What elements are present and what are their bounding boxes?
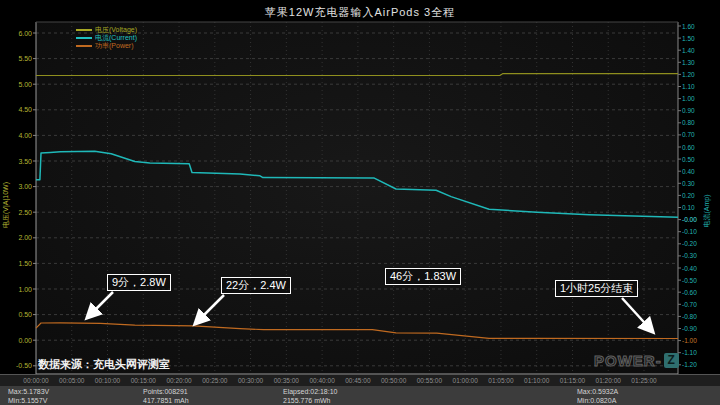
right-tick-label: -1.00 [682,337,697,344]
data-source-note: 数据来源：充电头网评测室 [38,357,170,372]
powerz-logo-z-badge: Z [664,353,679,368]
powerz-logo-text: POWER- [594,352,662,369]
current-min: Min:0.0820A [577,396,618,405]
right-tick-label: 1.10 [682,83,695,90]
x-tick-label: 00:10:00 [95,377,120,384]
x-tick-label: 01:25:00 [631,377,656,384]
powerz-chart-window: 苹果12W充电器输入AirPods 3全程 6.005.505.004.504.… [0,0,720,405]
right-tick-label: -0.90 [682,325,697,332]
left-tick-label: 5.50 [18,55,32,62]
legend-label: 电流(Current) [95,34,137,41]
x-tick-label: 00:25:00 [202,377,227,384]
right-tick-label: 1.30 [682,59,695,66]
right-tick-label: -1.20 [682,361,697,368]
x-tick-label: 01:10:00 [524,377,549,384]
annotation-callout: 1小时25分结束 [555,280,638,297]
right-tick-label: -0.20 [682,240,697,247]
right-tick-label: -0.30 [682,252,697,259]
right-tick-label: 1.60 [682,23,695,30]
legend: 电压(Voltage) 电流(Current) 功率(Power) [76,26,137,50]
x-tick-label: 01:05:00 [488,377,513,384]
power-line-swatch [76,45,92,47]
x-axis-strip: 00:00:0000:05:0000:10:0000:15:0000:20:00… [0,374,720,386]
right-tick-label: -0.50 [682,277,697,284]
right-tick-label: 1.00 [682,95,695,102]
left-tick-label: 4.00 [18,132,32,139]
right-axis-ticks: 1.601.501.401.301.201.101.000.900.800.70… [678,23,697,381]
elapsed-time: Elapsed:02:18:10 [283,387,338,396]
right-tick-label: -0.80 [682,313,697,320]
right-tick-label: 0.80 [682,119,695,126]
voltage-line-swatch [76,29,92,31]
right-tick-label: 0.50 [682,156,695,163]
annotation-callout: 46分，1.83W [385,268,461,285]
left-tick-label: 3.00 [18,183,32,190]
x-tick-label: 01:00:00 [453,377,478,384]
left-tick-label: 2.00 [18,234,32,241]
x-tick-label: 00:05:00 [59,377,84,384]
legend-item-voltage: 电压(Voltage) [76,26,137,34]
left-tick-label: -0.50 [16,362,32,369]
left-tick-label: 6.00 [18,30,32,37]
left-axis-label: 电压(V|A|10W) [2,182,10,228]
annotation-callout: 22分，2.4W [221,277,291,294]
left-tick-label: 4.50 [18,106,32,113]
plot-area[interactable] [36,22,678,374]
right-tick-label: -0.40 [682,265,697,272]
annotation-callout: 9分，2.8W [107,274,171,291]
x-tick-label: 00:50:00 [381,377,406,384]
right-tick-label: 0.20 [682,192,695,199]
right-tick-label: 1.40 [682,47,695,54]
current-line-swatch [76,37,92,39]
right-tick-label: 0.10 [682,204,695,211]
x-tick-label: 01:20:00 [596,377,621,384]
status-bar: Max:5.1783V Min:5.1557V Points:008291 41… [0,386,720,405]
right-tick-label: 0.70 [682,131,695,138]
x-tick-label: 00:35:00 [274,377,299,384]
voltage-min: Min:5.1557V [8,396,49,405]
x-tick-label: 00:45:00 [345,377,370,384]
right-tick-label: 1.50 [682,35,695,42]
status-current-stats: Max:0.5932A Min:0.0820A [577,387,618,405]
voltage-max: Max:5.1783V [8,387,49,396]
left-tick-label: 1.00 [18,286,32,293]
x-tick-label: 00:30:00 [238,377,263,384]
left-tick-label: 1.50 [18,260,32,267]
right-tick-label: 0.30 [682,180,695,187]
current-max: Max:0.5932A [577,387,618,396]
status-voltage-stats: Max:5.1783V Min:5.1557V [8,387,49,405]
right-tick-label: 0.40 [682,168,695,175]
legend-label: 功率(Power) [95,42,134,49]
x-tick-label: 00:40:00 [309,377,334,384]
left-tick-label: 3.50 [18,158,32,165]
right-tick-label: -0.10 [682,228,697,235]
x-tick-label: 00:55:00 [417,377,442,384]
chart-canvas: 6.005.505.004.504.003.503.002.502.001.50… [0,0,720,405]
right-tick-label: -0.00 [682,216,697,223]
right-tick-label: -0.70 [682,301,697,308]
powerz-logo: POWER-Z [594,352,679,370]
left-tick-label: 2.50 [18,209,32,216]
left-tick-label: 0.00 [18,337,32,344]
x-tick-label: 00:00:00 [23,377,48,384]
energy-mwh: 2155.776 mWh [283,396,338,405]
legend-item-current: 电流(Current) [76,34,137,42]
right-tick-label: -0.60 [682,289,697,296]
points-count: Points:008291 [143,387,189,396]
left-tick-label: 0.50 [18,311,32,318]
right-tick-label: -1.10 [682,349,697,356]
right-tick-label: 1.20 [682,71,695,78]
legend-item-power: 功率(Power) [76,42,137,50]
left-tick-label: 5.00 [18,81,32,88]
capacity-mah: 417.7851 mAh [143,396,189,405]
right-tick-label: 0.60 [682,144,695,151]
x-tick-label: 01:15:00 [560,377,585,384]
left-axis-ticks: 6.005.505.004.504.003.503.002.502.001.50… [16,30,36,370]
legend-label: 电压(Voltage) [95,26,137,33]
status-elapsed-stats: Elapsed:02:18:10 2155.776 mWh [283,387,338,405]
right-tick-label: 0.90 [682,107,695,114]
x-tick-label: 00:15:00 [131,377,156,384]
x-tick-label: 00:20:00 [166,377,191,384]
right-axis-label: 电流(Amp) [703,194,711,227]
status-sample-stats: Points:008291 417.7851 mAh [143,387,189,405]
